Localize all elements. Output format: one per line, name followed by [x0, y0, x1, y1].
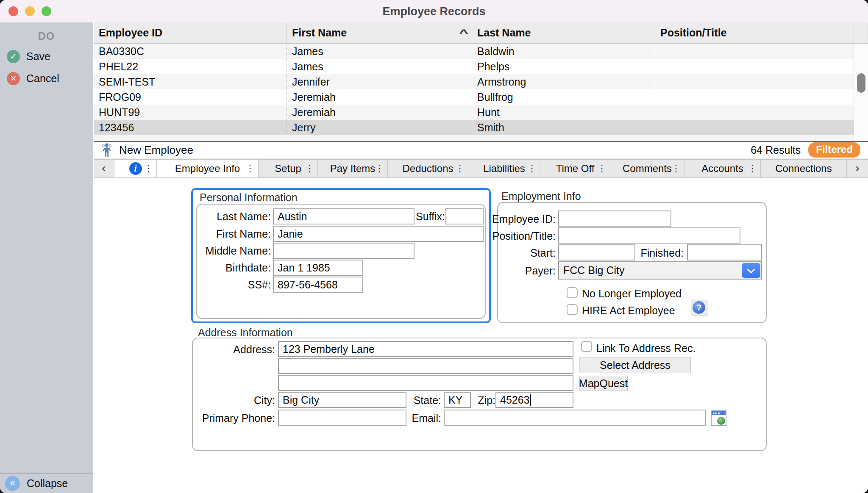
zip-label: Zip:	[473, 394, 495, 407]
tab-accounts[interactable]: Accounts⋮	[684, 160, 761, 177]
tab-menu-dots-icon[interactable]: ⋮	[455, 163, 464, 174]
sort-ascending-icon: ^	[459, 27, 468, 39]
collapse-button[interactable]: « Collapse	[0, 473, 93, 493]
record-info-tab[interactable]: i⋮	[114, 160, 157, 177]
zip-value: 45263	[500, 394, 530, 406]
table-row[interactable]: PHEL22JamesPhelps	[94, 59, 854, 74]
chevron-left-icon: ‹	[102, 161, 106, 176]
cell-first-name: James	[287, 59, 472, 74]
cell-first-name: James	[287, 44, 472, 59]
city-label: City:	[200, 394, 275, 407]
sidebar: DO ✓ Save × Cancel « Collapse	[0, 22, 93, 493]
link-to-address-checkbox[interactable]	[581, 341, 592, 352]
tab-menu-dots-icon[interactable]: ⋮	[144, 163, 152, 174]
tab-deductions[interactable]: Deductions⋮	[388, 160, 468, 177]
cell-employee-id: 123456	[94, 120, 287, 135]
tab-employee-info[interactable]: Employee Info⋮	[157, 160, 259, 177]
new-employee-person-icon	[100, 143, 113, 157]
first-name-input[interactable]	[273, 226, 484, 242]
cell-first-name: Jeremiah	[287, 89, 472, 105]
email-input[interactable]	[444, 410, 706, 426]
middle-name-input[interactable]	[273, 243, 415, 259]
tab-menu-dots-icon[interactable]: ⋮	[597, 163, 606, 174]
employee-id-input[interactable]	[558, 210, 671, 227]
tab-time-off[interactable]: Time Off⋮	[540, 160, 610, 177]
tabs-scroll-right-button[interactable]: ›	[847, 160, 868, 177]
birthdate-label: Birthdate:	[195, 262, 271, 274]
ssn-input[interactable]	[273, 277, 363, 293]
save-check-icon: ✓	[7, 50, 20, 63]
cell-position	[655, 44, 854, 59]
table-row[interactable]: FROG09JeremiahBullfrog	[94, 89, 854, 105]
tab-liabilities[interactable]: Liabilities⋮	[468, 160, 540, 177]
cancel-x-icon: ×	[7, 72, 20, 85]
tabs-scroll-left-button[interactable]: ‹	[94, 160, 114, 177]
payer-dropdown-button[interactable]	[742, 263, 760, 278]
middle-name-label: Middle Name:	[195, 245, 271, 257]
cell-position	[655, 89, 854, 105]
tab-menu-dots-icon[interactable]: ⋮	[527, 163, 536, 174]
position-title-input[interactable]	[558, 227, 740, 244]
first-name-label: First Name:	[195, 228, 271, 240]
suffix-input[interactable]	[445, 208, 484, 224]
payer-combobox[interactable]: FCC Big City	[558, 261, 762, 280]
cell-last-name: Bullfrog	[472, 89, 655, 105]
collapse-button-label: Collapse	[27, 477, 68, 490]
tab-menu-dots-icon[interactable]: ⋮	[305, 163, 313, 174]
address-line2-input[interactable]	[278, 358, 573, 374]
hire-act-employee-checkbox[interactable]	[567, 304, 578, 315]
header-divider	[854, 25, 854, 41]
tab-menu-dots-icon[interactable]: ⋮	[671, 163, 680, 174]
address-line1-input[interactable]	[278, 341, 573, 357]
last-name-input[interactable]	[273, 208, 415, 224]
no-longer-employed-checkbox[interactable]	[567, 287, 578, 298]
table-row[interactable]: SEMI-TESTJenniferArmstrong	[94, 74, 854, 89]
hire-act-help-button[interactable]: ?	[691, 299, 707, 316]
address-label: Address:	[200, 343, 275, 356]
finished-input[interactable]	[687, 244, 762, 260]
birthdate-input[interactable]	[273, 260, 363, 276]
tab-comments[interactable]: Comments⋮	[610, 160, 684, 177]
mapquest-button[interactable]: MapQuest	[579, 376, 628, 391]
tab-menu-dots-icon[interactable]: ⋮	[245, 163, 254, 174]
column-header-last-name[interactable]: Last Name	[472, 22, 655, 43]
tab-menu-dots-icon[interactable]: ⋮	[375, 163, 383, 174]
link-to-address-label: Link To Address Rec.	[596, 342, 696, 355]
app-window: Employee Records DO ✓ Save × Cancel « Co…	[0, 0, 868, 493]
start-input[interactable]	[558, 244, 635, 260]
employment-info-group-label: Employment Info	[501, 190, 581, 202]
cell-employee-id: SEMI-TEST	[94, 74, 287, 89]
tab-setup[interactable]: Setup⋮	[259, 160, 318, 177]
payer-label: Payer:	[501, 265, 556, 277]
table-row[interactable]: BA0330CJamesBaldwin	[94, 44, 854, 59]
tab-menu-dots-icon[interactable]: ⋮	[748, 163, 756, 174]
cell-last-name: Phelps	[472, 59, 655, 74]
table-scrollbar[interactable]	[854, 44, 868, 141]
column-header-position-title[interactable]: Position/Title	[655, 22, 868, 43]
save-button-label: Save	[26, 50, 50, 63]
web-browser-globe-icon[interactable]	[711, 410, 726, 426]
table-row[interactable]: 123456JerrySmith	[94, 120, 854, 135]
select-address-button[interactable]: Select Address	[579, 357, 691, 373]
address-line3-input[interactable]	[278, 375, 573, 391]
filtered-badge[interactable]: Filtered	[808, 142, 860, 158]
hire-act-employee-label: HIRE Act Employee	[582, 305, 675, 317]
personal-info-group-label: Personal Information	[200, 191, 298, 204]
cell-position	[655, 120, 854, 135]
cell-position	[655, 59, 854, 74]
column-header-employee-id[interactable]: Employee ID	[94, 22, 287, 43]
state-input[interactable]	[444, 392, 471, 408]
zip-input[interactable]: 45263	[495, 392, 573, 408]
table-row[interactable]: HUNT99JeremiahHunt	[94, 105, 854, 120]
cancel-button[interactable]: × Cancel	[7, 70, 89, 87]
scrollbar-thumb[interactable]	[857, 73, 865, 93]
tab-pay-items[interactable]: Pay Items⋮	[318, 160, 388, 177]
city-input[interactable]	[278, 392, 406, 408]
tab-connections[interactable]: Connections	[761, 160, 847, 177]
save-button[interactable]: ✓ Save	[7, 48, 89, 65]
state-label: State:	[409, 394, 441, 407]
column-header-first-name[interactable]: First Name^	[287, 22, 472, 43]
email-label: Email:	[409, 412, 441, 424]
primary-phone-input[interactable]	[278, 410, 406, 426]
chevron-right-icon: ›	[855, 161, 859, 176]
